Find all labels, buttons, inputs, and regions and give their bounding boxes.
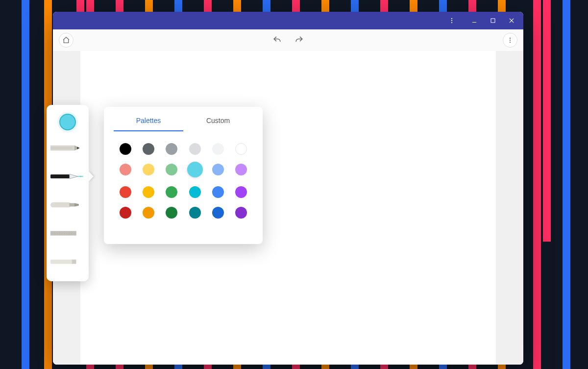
color-swatch[interactable] [187, 162, 203, 177]
window-titlebar[interactable] [53, 12, 523, 29]
svg-rect-14 [50, 174, 70, 178]
tool-pencil[interactable] [47, 137, 89, 159]
color-swatch[interactable] [166, 186, 177, 198]
current-color-swatch[interactable] [59, 114, 76, 130]
color-swatch[interactable] [166, 207, 177, 219]
color-swatch[interactable] [120, 143, 131, 155]
color-swatch[interactable] [189, 186, 201, 198]
color-swatch[interactable] [212, 207, 224, 219]
titlebar-more-icon[interactable] [443, 12, 461, 29]
color-swatch[interactable] [189, 143, 201, 155]
minimize-button[interactable] [466, 12, 483, 29]
maximize-button[interactable] [484, 12, 502, 29]
color-swatch[interactable] [120, 164, 131, 175]
svg-point-8 [510, 40, 511, 41]
wallpaper-stripe [22, 0, 29, 369]
color-swatch[interactable] [166, 143, 177, 155]
wallpaper-stripe [563, 0, 570, 369]
tool-eraser[interactable] [47, 251, 89, 272]
svg-rect-27 [50, 260, 74, 264]
home-button[interactable] [59, 33, 74, 48]
redo-button[interactable] [294, 35, 304, 45]
undo-button[interactable] [272, 35, 282, 45]
wallpaper-stripe [533, 0, 541, 369]
color-swatch[interactable] [120, 186, 131, 198]
svg-rect-20 [70, 203, 75, 207]
svg-marker-15 [70, 174, 78, 178]
close-button[interactable] [503, 12, 520, 29]
svg-point-7 [510, 38, 511, 39]
color-swatch[interactable] [143, 143, 154, 155]
svg-point-0 [451, 18, 452, 19]
color-swatch[interactable] [143, 164, 154, 175]
tool-marker[interactable] [47, 194, 89, 216]
tab-custom[interactable]: Custom [183, 117, 253, 131]
color-swatch[interactable] [212, 186, 224, 198]
svg-rect-19 [50, 202, 71, 208]
color-swatch[interactable] [189, 207, 201, 219]
svg-rect-28 [72, 260, 76, 264]
tool-charcoal[interactable] [47, 222, 89, 244]
color-swatch[interactable] [166, 164, 177, 175]
color-swatch[interactable] [143, 207, 154, 219]
color-grid [114, 143, 253, 219]
color-swatch[interactable] [235, 207, 247, 219]
palette-tabs: Palettes Custom [114, 107, 253, 131]
color-swatch[interactable] [235, 164, 247, 175]
tool-dock [47, 105, 89, 281]
color-swatch[interactable] [235, 143, 247, 155]
svg-marker-12 [77, 147, 79, 149]
toolbar-overflow-button[interactable] [503, 33, 517, 48]
color-swatch[interactable] [143, 186, 154, 198]
right-gutter [496, 51, 523, 365]
color-palette-popup: Palettes Custom [104, 107, 263, 244]
color-swatch[interactable] [212, 143, 224, 155]
app-toolbar [53, 29, 523, 51]
color-swatch[interactable] [120, 207, 131, 219]
tool-fountain-pen[interactable] [47, 166, 89, 187]
svg-point-18 [80, 175, 81, 177]
tab-palettes[interactable]: Palettes [114, 117, 183, 131]
wallpaper-stripe [543, 0, 551, 242]
svg-point-1 [451, 20, 452, 21]
color-swatch[interactable] [235, 186, 247, 198]
svg-marker-21 [74, 203, 79, 207]
svg-point-2 [451, 22, 452, 23]
color-swatch[interactable] [212, 164, 224, 175]
svg-rect-4 [491, 19, 495, 23]
svg-rect-23 [50, 231, 76, 236]
svg-point-9 [510, 42, 511, 43]
